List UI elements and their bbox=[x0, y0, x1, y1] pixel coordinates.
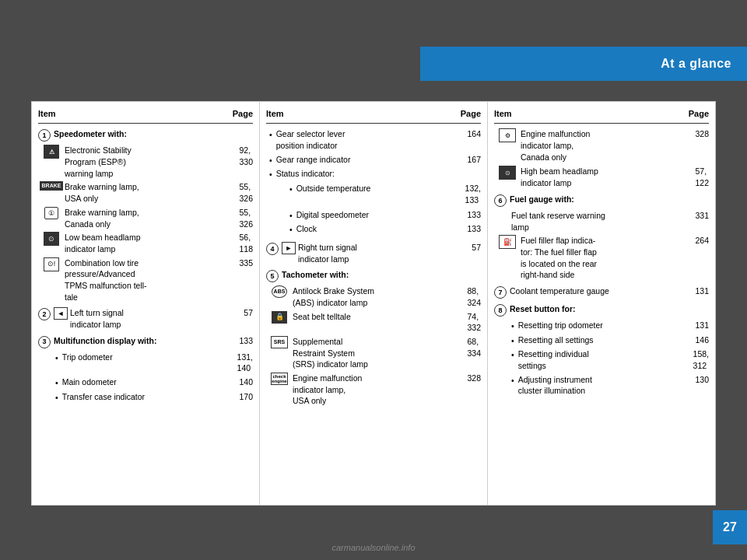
low-beam-page: 56,118 bbox=[239, 232, 253, 254]
reset-trip-row: • Resetting trip odometer 131 bbox=[494, 320, 709, 332]
check-engine-row: checkengine Engine malfunctionindicator … bbox=[266, 373, 481, 407]
reset-individual-page: 158,312 bbox=[693, 348, 709, 371]
gear-range-label: Gear range indicator bbox=[276, 154, 351, 166]
engine-malfunction-icon: ⚙ bbox=[497, 128, 517, 142]
transfer-case-label: Transfer case indicator bbox=[62, 391, 145, 403]
left-turn-page: 57 bbox=[244, 307, 253, 319]
brake-icon: BRAKE bbox=[40, 181, 64, 191]
fuel-filler-symbol: ⛽ bbox=[499, 235, 516, 249]
digital-speedo-page: 133 bbox=[467, 209, 481, 221]
num-7: 7 bbox=[494, 286, 507, 299]
speedometer-label: Speedometer with: bbox=[54, 128, 127, 140]
low-beam-icon: ⊙ bbox=[41, 232, 61, 246]
section-tachometer: 5 Tachometer with: bbox=[266, 269, 481, 282]
num-2: 2 bbox=[38, 308, 51, 320]
gear-selector-page: 164 bbox=[467, 128, 481, 140]
section-reset: 8 Reset button for: bbox=[494, 303, 709, 317]
engine-malfunction-canada-row: ⚙ Engine malfunctionindicator lamp,Canad… bbox=[494, 128, 709, 163]
reset-trip-label: Resetting trip odometer bbox=[518, 320, 603, 331]
check-engine-label: Engine malfunctionindicator lamp,USA onl… bbox=[293, 373, 362, 407]
reset-label: Reset button for: bbox=[510, 303, 576, 315]
esp-icon: ⚠ bbox=[41, 145, 61, 159]
engine-malfunction-symbol: ⚙ bbox=[499, 128, 516, 142]
low-beam-row: ⊙ Low beam headlampindicator lamp 56,118 bbox=[38, 232, 253, 254]
outside-temp-page: 132,133 bbox=[465, 183, 481, 205]
trip-odometer-label: Trip odometer bbox=[62, 352, 113, 374]
bullet-gear-selector: • bbox=[269, 129, 272, 141]
tire-label: Combination low tirepressure/AdvancedTPM… bbox=[65, 257, 147, 303]
trip-odometer-page: 131,140 bbox=[237, 352, 253, 374]
outside-temp-label: Outside temperature bbox=[296, 183, 371, 205]
status-indicator-row: • Status indicator: bbox=[266, 168, 481, 180]
outside-temp-row: • Outside temperature 132,133 bbox=[266, 183, 481, 205]
brake-usa-row: BRAKE Brake warning lamp,USA only 55,326 bbox=[38, 181, 253, 204]
section-fuel-gauge: 6 Fuel gauge with: bbox=[494, 194, 709, 207]
col2-header: Item Page bbox=[266, 108, 481, 124]
page-number-box: 27 bbox=[713, 510, 747, 544]
check-engine-box-icon: checkengine bbox=[271, 373, 288, 385]
num-3: 3 bbox=[38, 336, 51, 348]
seatbelt-label: Seat belt telltale bbox=[293, 311, 351, 323]
bullet-icon-3: • bbox=[55, 392, 58, 404]
clock-page: 133 bbox=[467, 223, 481, 235]
esp-page: 92,330 bbox=[239, 145, 253, 167]
fuel-gauge-label: Fuel gauge with: bbox=[510, 194, 574, 205]
section-coolant: 7 Coolant temperature gauge 131 bbox=[494, 285, 709, 299]
bullet-adjust: • bbox=[511, 375, 514, 387]
brake-canada-label: Brake warning lamp,Canada only bbox=[65, 207, 139, 229]
gear-range-page: 167 bbox=[467, 154, 481, 166]
tire-pressure-row: ⊙! Combination low tirepressure/Advanced… bbox=[38, 257, 253, 303]
trip-odometer-row: • Trip odometer 131,140 bbox=[38, 352, 253, 374]
seatbelt-symbol: 🔒 bbox=[272, 311, 287, 324]
bullet-outside-temp: • bbox=[289, 184, 293, 195]
bullet-clock: • bbox=[289, 224, 293, 236]
fuel-filler-row: ⛽ Fuel filler flap indica-tor: The fuel … bbox=[494, 235, 709, 281]
col2-page-header: Page bbox=[461, 108, 481, 120]
main-odometer-row: • Main odometer 140 bbox=[38, 376, 253, 389]
multifunction-page: 133 bbox=[239, 335, 253, 347]
right-turn-page: 57 bbox=[472, 242, 481, 264]
abs-row: ABS Antilock Brake System(ABS) indicator… bbox=[266, 285, 481, 308]
num-5: 5 bbox=[266, 270, 279, 282]
bullet-icon-2: • bbox=[55, 377, 58, 389]
circle-i-icon: ① bbox=[44, 207, 58, 219]
coolant-label: Coolant temperature gauge bbox=[510, 285, 609, 297]
abs-page: 88,324 bbox=[467, 285, 481, 308]
abs-circle-icon: ABS bbox=[272, 285, 287, 298]
tire-page: 335 bbox=[239, 257, 253, 269]
reset-all-row: • Resetting all settings 146 bbox=[494, 334, 709, 347]
adjust-illumination-row: • Adjusting instrumentcluster illuminati… bbox=[494, 374, 709, 397]
tachometer-label: Tachometer with: bbox=[282, 269, 349, 281]
adjust-illumination-page: 130 bbox=[695, 374, 709, 386]
col2-item-header: Item bbox=[266, 108, 284, 120]
coolant-page: 131 bbox=[695, 285, 709, 297]
reset-all-page: 146 bbox=[695, 334, 709, 346]
right-turn-icon: ► bbox=[282, 242, 296, 254]
brake-canada-row: ① Brake warning lamp,Canada only 55,326 bbox=[38, 207, 253, 229]
digital-speedo-row: • Digital speedometer 133 bbox=[266, 209, 481, 222]
fuel-filler-page: 264 bbox=[695, 235, 709, 247]
transfer-case-page: 170 bbox=[239, 391, 253, 403]
fuel-filler-label: Fuel filler flap indica-tor: The fuel fi… bbox=[521, 235, 597, 281]
reset-individual-label: Resetting individualsettings bbox=[518, 348, 589, 371]
col1-item-header: Item bbox=[38, 108, 56, 120]
digital-speedo-label: Digital speedometer bbox=[296, 209, 369, 221]
abs-icon: ABS bbox=[269, 285, 289, 298]
col3-item-header: Item bbox=[494, 108, 512, 120]
transfer-case-row: • Transfer case indicator 170 bbox=[38, 391, 253, 404]
engine-malfunction-canada-page: 328 bbox=[695, 128, 709, 140]
col3-header: Item Page bbox=[494, 108, 709, 124]
abs-label: Antilock Brake System(ABS) indicator lam… bbox=[293, 285, 374, 308]
column-2: Item Page • Gear selector leverposition … bbox=[260, 101, 488, 506]
gear-selector-label: Gear selector leverposition indicator bbox=[276, 128, 345, 151]
srs-row: SRS SupplementalRestraint System(SRS) in… bbox=[266, 336, 481, 370]
seatbelt-row: 🔒 Seat belt telltale 74,332 bbox=[266, 311, 481, 334]
col3-page-header: Page bbox=[689, 108, 709, 120]
column-3: Item Page ⚙ Engine malfunctionindicator … bbox=[488, 101, 716, 506]
header-bar: At a glance bbox=[420, 47, 747, 81]
section-left-turn: 2 ◄ Left turn signalindicator lamp 57 bbox=[38, 307, 253, 330]
tire-icon: ⊙! bbox=[41, 257, 61, 271]
section-multifunction: 3 Multifunction display with: 133 bbox=[38, 335, 253, 348]
high-beam-label: High beam headlampindicator lamp bbox=[521, 166, 598, 188]
section-speedometer: 1 Speedometer with: bbox=[38, 128, 253, 142]
